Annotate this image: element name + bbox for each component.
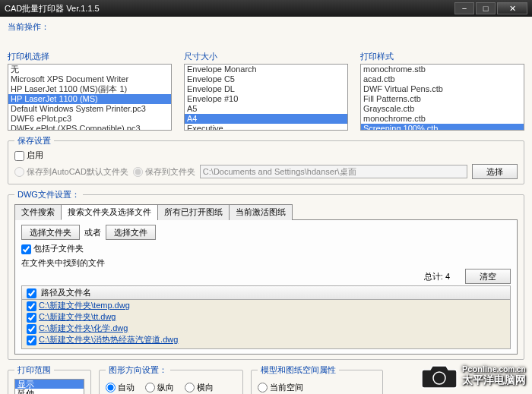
list-item[interactable]: A5 bbox=[185, 104, 347, 114]
orient-auto-label[interactable]: 自动 bbox=[106, 382, 135, 393]
list-item[interactable]: Default Windows System Printer.pc3 bbox=[8, 104, 171, 114]
list-item[interactable]: monochrome.stb bbox=[361, 65, 524, 74]
list-item[interactable]: DWFx ePlot (XPS Compatible).pc3 bbox=[8, 124, 171, 131]
list-item[interactable]: Fill Patterns.ctb bbox=[361, 94, 524, 104]
list-item[interactable]: Grayscale.ctb bbox=[361, 104, 524, 114]
printer-label: 打印机选择 bbox=[8, 51, 172, 62]
list-item[interactable]: Microsoft XPS Document Writer bbox=[8, 74, 171, 84]
list-item[interactable]: DWF6 ePlot.pc3 bbox=[8, 114, 171, 124]
style-listbox[interactable]: monochrome.stbacad.ctbDWF Virtual Pens.c… bbox=[360, 64, 524, 131]
watermark-zh: 太平洋电脑网 bbox=[462, 374, 526, 386]
total-label: 总计: 4 bbox=[424, 271, 450, 282]
file-table-body[interactable]: C:\新建文件夹\temp.dwgC:\新建文件夹\tt.dwgC:\新建文件夹… bbox=[22, 300, 510, 348]
found-label: 在文件夹中找到的文件 bbox=[21, 258, 105, 267]
row-checkbox[interactable] bbox=[27, 301, 36, 311]
row-checkbox[interactable] bbox=[27, 313, 36, 323]
size-label: 尺寸大小 bbox=[184, 51, 348, 62]
list-item[interactable]: Screening 100%.ctb bbox=[361, 124, 524, 131]
close-button[interactable]: ✕ bbox=[497, 2, 527, 14]
select-file-button[interactable]: 选择文件 bbox=[106, 225, 156, 240]
save-path-input[interactable] bbox=[200, 165, 467, 178]
list-item[interactable]: HP LaserJet 1100 (MS)(副本 1) bbox=[8, 84, 171, 94]
printer-listbox[interactable]: 无Microsoft XPS Document WriterHP LaserJe… bbox=[8, 64, 172, 131]
space-current-label[interactable]: 当前空间 bbox=[258, 382, 303, 393]
list-item[interactable]: Executive bbox=[185, 124, 347, 131]
save-default-radio-label[interactable]: 保存到AutoCAD默认文件夹 bbox=[14, 166, 128, 178]
list-item[interactable]: DWF Virtual Pens.ctb bbox=[361, 84, 524, 94]
svg-point-0 bbox=[433, 372, 445, 384]
window-title: CAD批量打印器 Ver.1.1.5 bbox=[5, 3, 453, 14]
titlebar: CAD批量打印器 Ver.1.1.5 − □ ✕ bbox=[0, 0, 532, 17]
minimize-button[interactable]: − bbox=[454, 2, 474, 14]
style-label: 打印样式 bbox=[360, 51, 524, 62]
space-current-radio[interactable] bbox=[258, 383, 268, 392]
tab[interactable]: 所有已打开图纸 bbox=[157, 204, 230, 220]
tab[interactable]: 当前激活图纸 bbox=[229, 204, 293, 220]
list-item[interactable]: 显示 bbox=[15, 380, 84, 389]
tab[interactable]: 搜索文件夹及选择文件 bbox=[61, 204, 158, 220]
table-row[interactable]: C:\新建文件夹\化学.dwg bbox=[22, 323, 510, 334]
table-row[interactable]: C:\新建文件夹\tt.dwg bbox=[22, 311, 510, 323]
file-link[interactable]: C:\新建文件夹\消热热经蒸汽管道.dwg bbox=[39, 334, 178, 345]
tab[interactable]: 文件搜索 bbox=[14, 204, 62, 220]
save-settings-fieldset: 保存设置 启用 保存到AutoCAD默认文件夹 保存到文件夹 选择 bbox=[8, 135, 524, 184]
orient-auto-radio[interactable] bbox=[106, 383, 116, 392]
list-item[interactable]: Envelope Monarch bbox=[185, 65, 347, 74]
list-item[interactable]: 无 bbox=[8, 65, 171, 74]
list-item[interactable]: A4 bbox=[185, 114, 347, 124]
print-range-fieldset: 打印范围 显示延伸图形界限布局 居中打印 bbox=[8, 364, 91, 394]
size-listbox[interactable]: Envelope MonarchEnvelope C5Envelope DLEn… bbox=[184, 64, 348, 131]
print-range-legend: 打印范围 bbox=[14, 364, 54, 376]
tab-body: 选择文件夹 或者 选择文件 包括子文件夹 在文件夹中找到的文件 总计: 4 清空… bbox=[14, 220, 518, 355]
range-listbox[interactable]: 显示延伸图形界限布局 bbox=[14, 379, 84, 394]
clear-button[interactable]: 清空 bbox=[465, 269, 511, 284]
camera-icon bbox=[421, 362, 458, 389]
list-item[interactable]: monochrome.ctb bbox=[361, 114, 524, 124]
table-row[interactable]: C:\新建文件夹\temp.dwg bbox=[22, 300, 510, 311]
list-item[interactable]: Envelope DL bbox=[185, 84, 347, 94]
save-to-radio[interactable] bbox=[133, 167, 143, 177]
orientation-fieldset: 图形方向设置： 自动 纵向 横向 bbox=[99, 364, 243, 394]
include-sub-label[interactable]: 包括子文件夹 bbox=[21, 243, 84, 254]
list-item[interactable]: Envelope C5 bbox=[185, 74, 347, 84]
orient-landscape-label[interactable]: 横向 bbox=[185, 382, 214, 393]
list-item[interactable]: Envelope #10 bbox=[185, 94, 347, 104]
watermark: Pconline.com.cn 太平洋电脑网 bbox=[421, 362, 526, 389]
orient-landscape-radio[interactable] bbox=[185, 383, 195, 392]
orientation-legend: 图形方向设置： bbox=[106, 364, 170, 376]
include-sub-checkbox[interactable] bbox=[21, 244, 31, 254]
space-fieldset: 模型和图纸空间属性 当前空间 仅模型空间 仅图纸空间 bbox=[251, 364, 383, 394]
dwg-settings-fieldset: DWG文件设置： 文件搜索搜索文件夹及选择文件所有已打开图纸当前激活图纸 选择文… bbox=[8, 189, 524, 360]
enable-checkbox-label[interactable]: 启用 bbox=[14, 150, 43, 159]
col-path-header: 路径及文件名 bbox=[41, 288, 91, 297]
current-op-value bbox=[8, 34, 524, 46]
orient-portrait-label[interactable]: 纵向 bbox=[145, 382, 174, 393]
enable-checkbox[interactable] bbox=[14, 151, 24, 161]
save-to-radio-label[interactable]: 保存到文件夹 bbox=[133, 166, 195, 178]
file-link[interactable]: C:\新建文件夹\temp.dwg bbox=[39, 300, 130, 311]
watermark-brand: Pconline bbox=[462, 364, 497, 374]
dwg-settings-legend: DWG文件设置： bbox=[14, 189, 83, 200]
file-table-header: 路径及文件名 bbox=[22, 286, 510, 300]
row-checkbox[interactable] bbox=[27, 324, 36, 334]
select-all-checkbox[interactable] bbox=[27, 288, 36, 298]
row-checkbox[interactable] bbox=[27, 336, 36, 345]
tabstrip: 文件搜索搜索文件夹及选择文件所有已打开图纸当前激活图纸 bbox=[14, 203, 518, 220]
file-link[interactable]: C:\新建文件夹\化学.dwg bbox=[39, 323, 128, 334]
list-item[interactable]: acad.ctb bbox=[361, 74, 524, 84]
file-table: 路径及文件名 C:\新建文件夹\temp.dwgC:\新建文件夹\tt.dwgC… bbox=[21, 285, 511, 349]
table-row[interactable]: C:\新建文件夹\消热热经蒸汽管道.dwg bbox=[22, 334, 510, 345]
maximize-button[interactable]: □ bbox=[476, 2, 496, 14]
orient-portrait-radio[interactable] bbox=[145, 383, 155, 392]
or-label: 或者 bbox=[84, 227, 101, 238]
current-op-label: 当前操作： bbox=[8, 21, 524, 33]
list-item[interactable]: 延伸 bbox=[15, 389, 84, 394]
select-folder-button[interactable]: 选择文件夹 bbox=[21, 225, 80, 240]
list-item[interactable]: HP LaserJet 1100 (MS) bbox=[8, 94, 171, 104]
content: 当前操作： 打印机选择 无Microsoft XPS Document Writ… bbox=[0, 17, 532, 394]
browse-button[interactable]: 选择 bbox=[472, 164, 518, 179]
save-default-radio[interactable] bbox=[14, 167, 24, 177]
space-legend: 模型和图纸空间属性 bbox=[258, 364, 339, 376]
file-link[interactable]: C:\新建文件夹\tt.dwg bbox=[39, 311, 116, 323]
top-lists-row: 打印机选择 无Microsoft XPS Document WriterHP L… bbox=[8, 51, 524, 131]
